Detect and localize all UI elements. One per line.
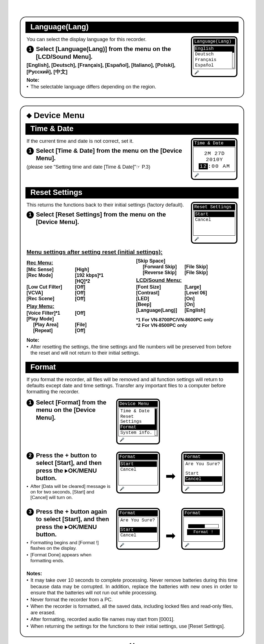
play-icon (65, 525, 68, 529)
format-header: Format (25, 362, 239, 373)
step-badge-1: 1 (27, 46, 34, 53)
mic-icon: 🎤 (118, 543, 158, 548)
format-note: •When the recorder is formatted, all the… (27, 603, 237, 616)
mic-icon: 🎤 (193, 173, 235, 178)
time-date-intro: If the current time and date is not corr… (27, 138, 186, 144)
lcd-format-4: Format Format ! 🎤 (181, 508, 225, 550)
lcd-language: Language(Lang) English Deutsch Français … (191, 36, 237, 77)
reset-note: •After resetting the settings, the time … (27, 344, 237, 356)
format-step3: Press the + button again to select [Star… (36, 508, 112, 538)
progress-bar (188, 524, 219, 528)
time-date-step1: Select [Time & Date] from the menu on th… (36, 147, 186, 162)
language-options: [English], [Deutsch], [Français], [Españ… (27, 62, 186, 75)
format-note: •It may take over 10 seconds to complete… (27, 577, 237, 596)
format-notes-label: Notes: (27, 571, 237, 577)
time-date-ref: (please see "Setting time and date [Time… (27, 164, 186, 170)
mic-icon: 🎤 (118, 437, 158, 442)
lcd-format-1: Format Start Cancel 🎤 (116, 452, 160, 493)
mic-icon: 🎤 (118, 487, 158, 491)
step-badge-1: 1 (27, 211, 34, 218)
format-note: •When returning the settings for the fun… (27, 623, 237, 630)
reset-intro: This returns the functions back to their… (27, 202, 186, 208)
reset-after-heading: Menu settings after setting reset (initi… (27, 249, 237, 255)
language-header: Language(Lang) (25, 22, 239, 33)
time-date-header: Time & Date (25, 123, 239, 135)
settings-columns: Rec Menu: [Mic Sense][High] [Rec Mode][1… (27, 258, 237, 334)
language-step1: Select [Language(Lang)] from the menu on… (36, 45, 186, 60)
lcd-item: Français (195, 57, 234, 63)
step-badge-2: 2 (27, 452, 34, 459)
language-note: •The selectable language differs dependi… (27, 84, 186, 90)
format-intro: If you format the recorder, all files wi… (27, 376, 237, 395)
device-menu-card: ◆ Device Menu Time & Date If the current… (20, 106, 244, 637)
lcd-device-menu: Device Menu Time & Date Reset Settings F… (116, 399, 160, 444)
diamond-icon: ◆ (27, 111, 32, 119)
lcd-format-2: Format Are You Sure? Start Cancel 🎤 (181, 452, 225, 493)
device-menu-heading: ◆ Device Menu (27, 111, 237, 120)
lcd-item: Español (195, 63, 234, 68)
mic-icon: 🎤 (193, 70, 235, 75)
format-note: •Never format the recorder from a PC. (27, 597, 237, 603)
lcd-reset: Reset Settings Start Cancel 🎤 (191, 202, 237, 244)
arrow-icon: ➡ (165, 470, 176, 482)
reset-note-label: Note: (27, 337, 237, 343)
format-step1: Select [Format] from the menu on the [De… (36, 399, 112, 422)
format-step2-sub: •After [Data will be cleared] message is… (27, 484, 112, 501)
note-label: Note: (27, 77, 186, 83)
step-badge-3: 3 (27, 508, 34, 516)
mic-icon: 🎤 (193, 237, 235, 241)
lcd-item: English (195, 46, 234, 52)
lcd-item: Deutsch (195, 52, 234, 57)
format-step2: Press the + button to select [Start], an… (36, 452, 112, 482)
lcd-item: Start (195, 212, 234, 217)
lcd-format-3: Format Are You Sure? Start Cancel 🎤 (116, 508, 160, 550)
reset-step1: Select [Reset Settings] from the menu on… (36, 211, 186, 226)
play-icon (65, 469, 68, 473)
mic-icon: 🎤 (183, 487, 223, 491)
language-card: Language(Lang) You can select the displa… (20, 17, 244, 98)
format-step3-sub2: •[Format Done] appears when formatting e… (27, 552, 112, 564)
format-note: •After formatting, recorded audio file n… (27, 616, 237, 623)
step-badge-1: 1 (27, 399, 34, 406)
reset-header: Reset Settings (25, 187, 239, 198)
mic-icon: 🎤 (183, 543, 223, 548)
page-number: – 14 – (8, 642, 256, 644)
step-badge-1: 1 (27, 147, 34, 155)
lcd-time-date: Time & Date 2M 27D 2010Y 12:00 AM 🎤 (191, 138, 237, 180)
language-intro: You can select the display language for … (27, 36, 186, 42)
lcd-item: Cancel (195, 217, 234, 223)
arrow-icon: ➡ (165, 530, 176, 542)
format-step3-sub1: •Formatting begins and [Format !] flashe… (27, 540, 112, 551)
